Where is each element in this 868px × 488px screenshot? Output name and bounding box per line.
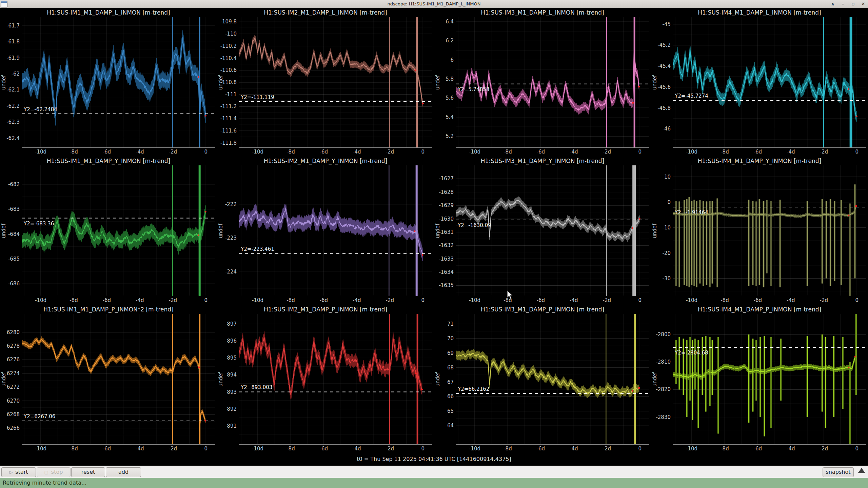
latest-value-dot — [198, 366, 200, 368]
x-tick-label: -4d — [128, 297, 152, 303]
x-tick-label: -10d — [680, 446, 704, 452]
x-tick-label: 0 — [411, 446, 435, 452]
y-tick-label: 5.8 — [434, 76, 454, 82]
reset-button[interactable]: reset — [71, 467, 105, 477]
plot-cell: H1:SUS-IM3_M1_DAMP_L_INMON [m-trend]unde… — [434, 8, 651, 157]
plot-title: H1:SUS-IM4_M1_DAMP_L_INMON [m-trend] — [651, 9, 868, 16]
x-tick-label: -4d — [779, 446, 803, 452]
plot-canvas[interactable]: Y2=66.2162 — [456, 314, 649, 445]
x-tick-label: -8d — [279, 446, 302, 452]
minimize-window-button[interactable]: – — [840, 1, 846, 7]
x-tick-label: -2d — [595, 297, 619, 303]
status-message: Retrieving minute trend data... — [3, 480, 86, 486]
plot-canvas[interactable]: Y2=-2804.68 — [673, 314, 866, 445]
y-tick-label: 0 — [651, 199, 671, 205]
y-tick-label: -45.2 — [651, 42, 671, 48]
y-tick-label: 893 — [217, 389, 237, 395]
y-tick-label: -684 — [0, 231, 20, 237]
trend-minmax-band — [456, 46, 639, 115]
x-tick-label: -10d — [246, 149, 270, 155]
x-tick-label: -8d — [713, 446, 736, 452]
axis-line — [456, 17, 649, 148]
axis-line — [456, 165, 649, 296]
x-tick-label: -6d — [95, 446, 119, 452]
x-tick-label: -4d — [562, 446, 586, 452]
shade-window-button[interactable]: ∧ — [830, 1, 835, 7]
y2-cursor-label: Y2=-1630.09 — [457, 222, 491, 228]
y-tick-label: 6274 — [0, 370, 20, 377]
plot-canvas[interactable]: Y2=6267.06 — [22, 314, 215, 445]
x-tick-label: -6d — [746, 297, 770, 303]
y-tick-label: -111.8 — [217, 140, 237, 146]
x-tick-label: -2d — [378, 149, 402, 155]
y2-cursor-label: Y2=-2804.68 — [674, 350, 708, 356]
plot-title: H1:SUS-IM4_M1_DAMP_P_INMON [m-trend] — [651, 306, 868, 313]
maximize-window-button[interactable]: ▫ — [850, 1, 856, 7]
x-tick-label: -10d — [246, 297, 270, 303]
latest-value-dot — [638, 387, 640, 389]
latest-value-dot — [848, 367, 849, 368]
plot-canvas[interactable]: Y2=-683.36 — [22, 165, 215, 296]
x-tick-label: -10d — [463, 446, 487, 452]
x-tick-label: -10d — [463, 297, 487, 303]
plot-cell: H1:SUS-IM4_M1_DAMP_Y_INMON [m-trend]unde… — [651, 157, 868, 305]
plot-canvas[interactable]: Y2=893.003 — [239, 314, 432, 445]
y-tick-label: -30 — [651, 276, 671, 282]
plot-cell: H1:SUS-IM2_M1_DAMP_P_INMON [m-trend]unde… — [217, 305, 434, 453]
x-tick-label: 0 — [411, 149, 435, 155]
plot-canvas[interactable]: Y2=-45.7274 — [673, 17, 866, 148]
y-tick-label: -45.6 — [651, 84, 671, 90]
y-axis-unit-label: undef — [652, 349, 658, 410]
plot-cell: H1:SUS-IM2_M1_DAMP_Y_INMON [m-trend]unde… — [217, 157, 434, 305]
stop-online-button[interactable]: ▢stop online — [37, 467, 71, 477]
y2-cursor-label: Y2=-62.2484 — [23, 106, 57, 113]
x-tick-label: -4d — [562, 149, 586, 155]
y-tick-label: -1628 — [434, 189, 454, 195]
plot-title: H1:SUS-IM2_M1_DAMP_L_INMON [m-trend] — [217, 9, 434, 16]
y2-cursor-label: Y2=-683.36 — [23, 221, 54, 227]
plot-canvas[interactable]: Y2=-1.91464 — [673, 165, 866, 296]
plot-cell: H1:SUS-IM4_M1_DAMP_P_INMON [m-trend]unde… — [651, 305, 868, 453]
y-tick-label: -223 — [217, 235, 237, 241]
plot-canvas[interactable]: Y2=-1630.09 — [456, 165, 649, 296]
latest-value-dot — [422, 103, 424, 104]
y-tick-label: -2820 — [651, 386, 671, 392]
plot-canvas[interactable]: Y2=-111.119 — [239, 17, 432, 148]
x-tick-label: -10d — [246, 446, 270, 452]
latest-value-dot — [205, 211, 206, 212]
plot-canvas[interactable]: Y2=-62.2484 — [22, 17, 215, 148]
close-window-button[interactable]: ✕ — [861, 1, 866, 7]
y-tick-label: 64 — [434, 423, 454, 429]
y-tick-label: -1633 — [434, 256, 454, 262]
y-tick-label: 891 — [217, 423, 237, 429]
y-tick-label: -2830 — [651, 414, 671, 420]
start-online-button[interactable]: ▷start online — [1, 467, 36, 477]
x-tick-label: -4d — [345, 446, 369, 452]
y-tick-label: -62 — [0, 71, 20, 77]
snapshot-button[interactable]: snapshot — [823, 467, 854, 477]
x-tick-label: -6d — [95, 297, 119, 303]
plot-canvas[interactable]: Y2=-223.461 — [239, 165, 432, 296]
x-tick-label: 0 — [194, 149, 218, 155]
plot-cell: H1:SUS-IM1_M1_DAMP_L_INMON [m-trend]unde… — [0, 8, 217, 157]
panel-expand-arrow-icon[interactable] — [858, 468, 865, 473]
x-tick-label: -10d — [29, 297, 53, 303]
y-tick-label: -10 — [651, 225, 671, 231]
x-tick-label: -4d — [345, 149, 369, 155]
plot-cell: H1:SUS-IM1_M1_DAMP_Y_INMON [m-trend]unde… — [0, 157, 217, 305]
y-tick-label: 5.4 — [434, 114, 454, 120]
y-tick-label: -45.8 — [651, 105, 671, 111]
latest-value-dot — [198, 235, 199, 236]
x-tick-label: -6d — [529, 149, 553, 155]
plot-title: H1:SUS-IM2_M1_DAMP_P_INMON [m-trend] — [217, 306, 434, 313]
plot-cell: H1:SUS-IM1_M1_DAMP_P_INMON*2 [m-trend]un… — [0, 305, 217, 453]
y2-cursor-label: Y2=6267.06 — [23, 413, 55, 420]
plot-cell: H1:SUS-IM4_M1_DAMP_L_INMON [m-trend]unde… — [651, 8, 868, 157]
y-tick-label: 6270 — [0, 398, 20, 404]
latest-value-dot — [205, 115, 206, 117]
plot-canvas[interactable]: Y2=5.74858 — [456, 17, 649, 148]
x-tick-label: 0 — [628, 297, 652, 303]
trend-line — [239, 38, 423, 104]
y2-cursor-label: Y2=-45.7274 — [674, 93, 708, 99]
add-channels-button[interactable]: add channels — [106, 467, 141, 477]
